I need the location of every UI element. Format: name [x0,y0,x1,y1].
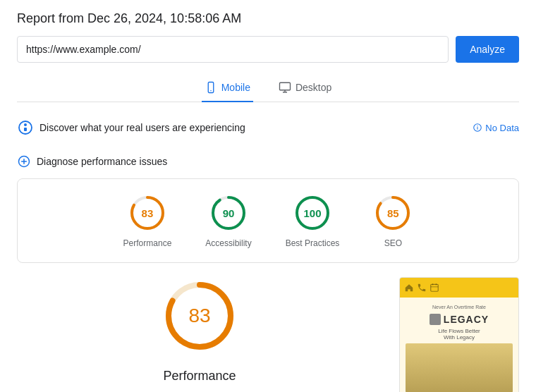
score-item-seo: 85 SEO [373,193,413,248]
score-circle-seo: 85 [373,193,413,233]
svg-rect-19 [431,284,439,291]
analyze-button[interactable]: Analyze [456,36,519,63]
report-title: Report from Dec 26, 2024, 10:58:06 AM [17,11,519,26]
score-value-best-practices: 100 [304,207,322,219]
score-label-best-practices: Best Practices [286,238,340,248]
screenshot-image [406,343,513,392]
phone-nav-icon [417,283,427,293]
url-input[interactable] [17,36,449,63]
svg-point-4 [24,123,27,126]
no-data-link[interactable]: No Data [473,123,519,133]
big-score-value: 83 [188,305,210,327]
screenshot-tagline: Life Flows BetterWith Legacy [438,328,480,341]
score-value-seo: 85 [387,207,399,219]
svg-rect-2 [279,82,290,90]
bottom-area: 83 Performance Values are estimated and … [17,277,519,392]
tabs-container: Mobile Desktop [17,74,519,102]
score-circle-best-practices: 100 [293,193,332,233]
discover-section: Discover what your real users are experi… [17,114,519,142]
calendar-nav-icon [430,283,439,293]
no-data-label: No Data [485,123,519,133]
score-value-performance: 83 [142,207,154,219]
performance-title: Performance [17,369,382,384]
url-row: Analyze [17,36,519,63]
score-label-accessibility: Accessibility [205,238,251,248]
tab-desktop[interactable]: Desktop [276,74,334,102]
diagnose-icon [17,154,31,169]
svg-rect-5 [24,128,27,131]
svg-point-1 [210,90,212,92]
scores-row: 83 Performance 90 Accessibility [32,193,504,248]
scores-card: 83 Performance 90 Accessibility [17,178,519,263]
score-circle-performance: 83 [128,193,167,233]
desktop-icon [279,81,291,94]
screenshot-logo: LEGACY [430,314,489,325]
score-label-performance: Performance [123,238,172,248]
home-nav-icon [404,283,414,293]
screenshot-header [400,278,518,298]
svg-point-7 [477,125,478,126]
logo-icon [430,314,441,325]
big-circle: 83 [161,277,238,355]
mobile-icon [205,81,217,94]
page-container: Report from Dec 26, 2024, 10:58:06 AM An… [0,0,536,392]
score-item-best-practices: 100 Best Practices [286,193,340,248]
score-value-accessibility: 90 [223,207,235,219]
screenshot-body: Never An Overtime Rate LEGACY Life Flows… [400,298,518,392]
score-label-seo: SEO [384,238,402,248]
info-icon [473,123,482,133]
tab-mobile-label: Mobile [221,82,250,93]
performance-detail: 83 Performance Values are estimated and … [17,277,382,392]
big-circle-container: 83 [17,277,382,360]
screenshot-area: Never An Overtime Rate LEGACY Life Flows… [399,277,519,392]
discover-icon [17,119,34,136]
discover-title: Discover what your real users are experi… [39,122,245,133]
screenshot-header-text: Never An Overtime Rate [432,305,486,310]
tab-mobile[interactable]: Mobile [202,74,253,102]
tab-desktop-label: Desktop [296,82,331,93]
diagnose-title: Diagnose performance issues [37,156,167,167]
score-item-accessibility: 90 Accessibility [205,193,251,248]
screenshot-placeholder: Never An Overtime Rate LEGACY Life Flows… [399,277,519,392]
score-circle-accessibility: 90 [209,193,248,233]
logo-text: LEGACY [444,314,489,325]
score-item-performance: 83 Performance [123,193,172,248]
performance-note: Values are estimated and may vary. The p… [17,389,382,392]
screenshot-nav-icons [404,283,439,293]
diagnose-section-header: Diagnose performance issues [17,147,519,176]
